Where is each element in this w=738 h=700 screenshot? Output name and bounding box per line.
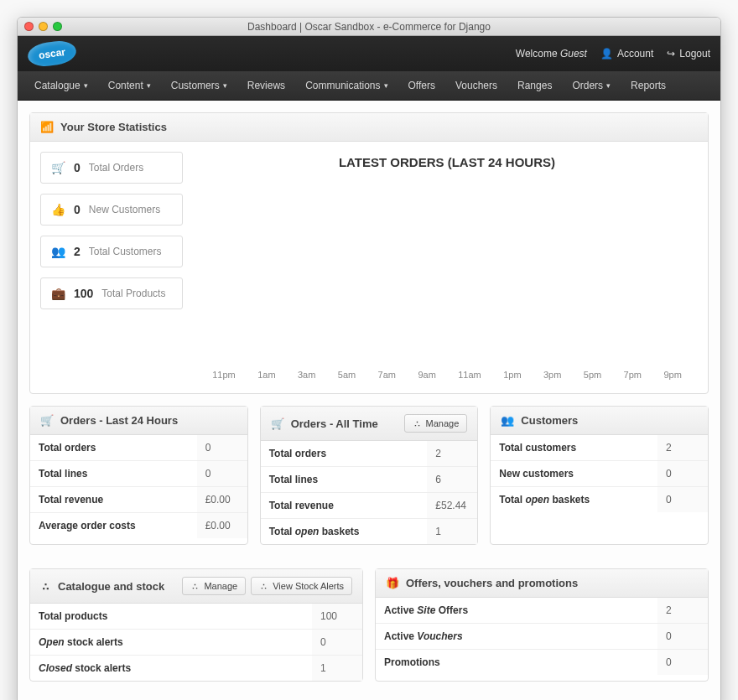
cart-icon: 🛒 (271, 417, 284, 430)
thumbs-icon: 👍 (51, 203, 65, 216)
table-row: New customers0 (491, 461, 708, 487)
row-label: Total open baskets (491, 487, 657, 513)
row-label: Total revenue (261, 493, 428, 519)
row-value: 0 (197, 435, 247, 461)
nav-communications[interactable]: Communications▾ (295, 71, 398, 100)
table-row: Total orders2 (261, 441, 478, 467)
cart-icon: 🛒 (40, 414, 54, 427)
row-label: Promotions (376, 650, 657, 676)
stat-label: Total Products (101, 288, 165, 299)
cart-icon: 🛒 (51, 161, 65, 174)
catalogue-table: Total products100Open stock alerts0Close… (30, 604, 362, 681)
x-tick: 7am (378, 370, 396, 380)
table-row: Active Site Offers2 (376, 598, 708, 624)
table-row: Total lines6 (261, 467, 478, 493)
chevron-down-icon: ▾ (384, 81, 388, 90)
x-tick: 7pm (624, 370, 642, 380)
stat-value: 2 (74, 245, 81, 258)
row-value: 1 (312, 656, 362, 682)
row-value: 0 (657, 487, 708, 513)
row-label: Total revenue (30, 487, 197, 513)
group-icon: 👥 (501, 414, 514, 427)
sitemap-icon: ⛬ (190, 581, 200, 591)
row-value: 0 (657, 650, 708, 676)
row-value: 100 (312, 604, 362, 630)
bar-chart-icon: 📶 (40, 121, 54, 133)
promotions-panel: 🎁Offers, vouchers and promotions Active … (375, 568, 709, 682)
row-value: 0 (197, 461, 247, 487)
orders-chart: LATEST ORDERS (LAST 24 HOURS) 11pm1am3am… (196, 152, 698, 383)
table-row: Total customers2 (491, 435, 708, 461)
row-value: 0 (312, 630, 362, 656)
header-bar: oscar Welcome Guest 👤Account ↪Logout (18, 36, 720, 71)
nav-vouchers[interactable]: Vouchers (445, 71, 507, 100)
customers-table: Total customers2New customers0Total open… (491, 435, 708, 512)
view-stock-alerts-button[interactable]: ⛬View Stock Alerts (251, 577, 352, 595)
nav-ranges[interactable]: Ranges (507, 71, 562, 100)
chevron-down-icon: ▾ (147, 81, 151, 90)
table-row: Total open baskets1 (261, 519, 478, 545)
table-row: Total revenue£52.44 (261, 493, 478, 519)
stat-label: Total Customers (89, 246, 162, 257)
stats-panel: 📶 Your Store Statistics 🛒0Total Orders👍0… (29, 112, 709, 394)
nav-offers[interactable]: Offers (398, 71, 445, 100)
table-row: Total open baskets0 (491, 487, 708, 513)
account-link[interactable]: 👤Account (600, 48, 653, 60)
row-value: 0 (657, 624, 708, 650)
stats-panel-header: 📶 Your Store Statistics (30, 113, 708, 142)
main-nav: Catalogue▾ Content▾ Customers▾ Reviews C… (18, 71, 720, 101)
row-label: Active Vouchers (376, 624, 657, 650)
table-row: Open stock alerts0 (30, 630, 362, 656)
stat-label: New Customers (89, 204, 160, 215)
user-icon: 👤 (600, 48, 613, 60)
x-tick: 3am (298, 370, 315, 380)
stat-label: Total Orders (89, 162, 143, 174)
nav-catalogue[interactable]: Catalogue▾ (24, 71, 98, 100)
x-tick: 3pm (543, 370, 561, 380)
x-tick: 11am (458, 370, 481, 380)
logout-icon: ↪ (667, 48, 675, 60)
manage-orders-button[interactable]: ⛬Manage (404, 414, 468, 433)
row-value: £0.00 (197, 487, 247, 513)
row-value: 2 (657, 598, 708, 624)
titlebar: Dashboard | Oscar Sandbox - e-Commerce f… (18, 18, 720, 36)
table-row: Total revenue£0.00 (30, 487, 247, 513)
x-tick: 5pm (584, 370, 601, 380)
customers-panel: 👥Customers Total customers2New customers… (490, 406, 709, 545)
chart-x-ticks: 11pm1am3am5am7am9am11am1pm3pm5pm7pm9pm (196, 370, 698, 383)
x-tick: 9am (418, 370, 435, 380)
nav-content[interactable]: Content▾ (98, 71, 161, 100)
table-row: Total products100 (30, 604, 362, 630)
row-value: 0 (657, 461, 708, 487)
stat-value: 0 (74, 161, 81, 174)
logo[interactable]: oscar (26, 39, 77, 69)
row-label: Total open baskets (261, 519, 428, 545)
welcome-text: Welcome Guest (516, 48, 587, 60)
orders-all-table: Total orders2Total lines6Total revenue£5… (261, 441, 478, 544)
stat-cards: 🛒0Total Orders👍0New Customers👥2Total Cus… (40, 152, 183, 383)
table-row: Total lines0 (30, 461, 247, 487)
row-label: New customers (491, 461, 657, 487)
nav-reports[interactable]: Reports (621, 71, 676, 100)
stat-card: 👍0New Customers (40, 194, 183, 226)
row-value: 2 (657, 435, 708, 461)
row-value: £52.44 (427, 493, 477, 519)
nav-reviews[interactable]: Reviews (237, 71, 295, 100)
nav-orders[interactable]: Orders▾ (562, 71, 621, 100)
gift-icon: 🎁 (386, 577, 399, 589)
row-value: 2 (427, 441, 477, 467)
nav-customers[interactable]: Customers▾ (161, 71, 237, 100)
app-window: Dashboard | Oscar Sandbox - e-Commerce f… (17, 17, 721, 700)
logout-link[interactable]: ↪Logout (667, 48, 710, 60)
table-row: Total orders0 (30, 435, 247, 461)
case-icon: 💼 (51, 287, 65, 300)
manage-catalogue-button[interactable]: ⛬Manage (182, 577, 246, 595)
sitemap-icon: ⛬ (413, 418, 422, 428)
row-value: 6 (427, 467, 477, 493)
stat-card: 👥2Total Customers (40, 236, 183, 267)
orders-all-panel: 🛒Orders - All Time ⛬Manage Total orders2… (260, 406, 479, 545)
group-icon: 👥 (51, 245, 65, 258)
table-row: Average order costs£0.00 (30, 513, 247, 539)
stats-panel-title: Your Store Statistics (60, 121, 167, 133)
row-label: Total products (30, 604, 312, 630)
